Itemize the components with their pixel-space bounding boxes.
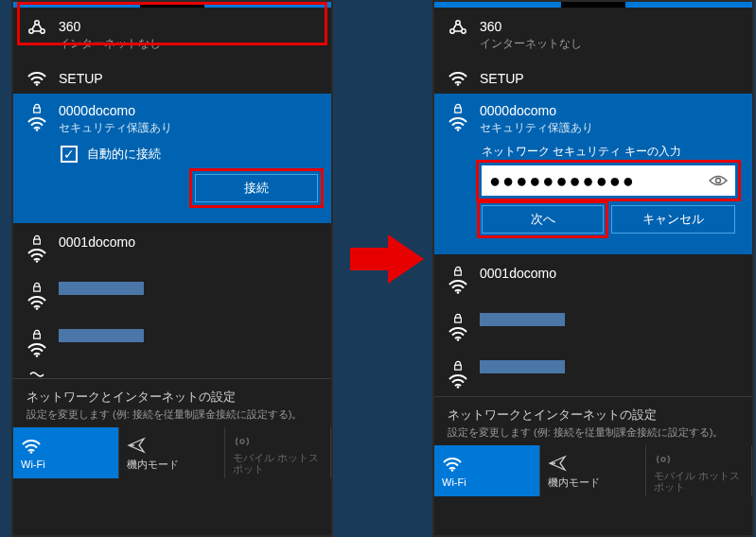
lock-icon (453, 313, 463, 324)
connect-button[interactable]: 接続 (195, 174, 318, 202)
network-name-redacted (59, 329, 144, 342)
lock-icon (453, 266, 463, 277)
step-arrow (350, 234, 424, 284)
wifi-icon (448, 373, 468, 389)
auto-connect-row[interactable]: ✓ 自動的に接続 (13, 140, 331, 174)
security-key-input[interactable]: ●●●●●●●●●●● (482, 165, 735, 196)
network-name: SETUP (59, 71, 318, 86)
svg-point-0 (35, 21, 39, 25)
network-name: 0000docomo (59, 103, 318, 118)
svg-point-6 (36, 307, 39, 310)
network-status: インターネットなし (59, 36, 318, 52)
svg-point-1 (29, 29, 33, 33)
network-item-setup[interactable]: SETUP (13, 60, 331, 94)
svg-point-7 (36, 355, 39, 357)
svg-point-12 (450, 29, 454, 33)
footer-label: 機内モード (548, 476, 600, 490)
network-header[interactable]: 0000docomo セキュリティ保護あり (434, 94, 752, 140)
footer-label: Wi-Fi (442, 476, 466, 488)
network-header[interactable]: 0000docomo セキュリティ保護あり (13, 94, 331, 140)
next-button[interactable]: 次へ (482, 205, 604, 234)
svg-point-17 (457, 291, 460, 294)
lock-icon (453, 103, 463, 114)
wifi-icon (26, 295, 47, 310)
svg-point-4 (36, 129, 39, 131)
wifi-icon (448, 326, 468, 341)
svg-point-5 (36, 260, 39, 263)
wifi-icon (26, 342, 47, 357)
wifi-icon (448, 116, 468, 131)
airplane-icon (127, 437, 146, 454)
svg-point-16 (716, 179, 721, 183)
settings-title: ネットワークとインターネットの設定 (448, 407, 739, 424)
footer-airplane-toggle[interactable]: 機内モード (540, 445, 646, 496)
mesh-icon (26, 19, 47, 36)
hotspot-icon (654, 450, 673, 467)
lock-icon (453, 360, 463, 372)
cancel-button[interactable]: キャンセル (611, 205, 735, 234)
auto-connect-checkbox[interactable]: ✓ (61, 146, 78, 163)
footer-airplane-toggle[interactable]: 機内モード (119, 427, 225, 478)
svg-point-20 (451, 469, 454, 472)
footer-hotspot-toggle[interactable]: モバイル ホットスポット (225, 427, 331, 478)
network-item-0000docomo-selected: 0000docomo セキュリティ保護あり ネットワーク セキュリティ キーの入… (434, 94, 752, 254)
wifi-icon (21, 439, 42, 454)
network-item-more[interactable] (13, 365, 331, 378)
network-name-redacted (480, 313, 565, 326)
footer-label: Wi-Fi (21, 459, 45, 470)
lock-icon (32, 329, 42, 340)
footer-hotspot-toggle[interactable]: モバイル ホットスポット (646, 445, 752, 496)
svg-point-21 (661, 458, 665, 461)
airplane-icon (548, 455, 567, 472)
network-item-setup[interactable]: SETUP (434, 60, 752, 94)
network-item-hidden-2[interactable] (434, 349, 752, 396)
reveal-password-icon[interactable] (709, 174, 728, 187)
footer-toggles: Wi-Fi 機内モード モバイル ホットスポット (13, 427, 331, 478)
wifi-icon (26, 71, 47, 86)
svg-point-8 (30, 451, 33, 454)
network-settings-link[interactable]: ネットワークとインターネットの設定 設定を変更します (例: 接続を従量制課金接… (13, 378, 331, 427)
hotspot-icon (233, 432, 252, 449)
security-key-label: ネットワーク セキュリティ キーの入力 (482, 144, 735, 160)
svg-point-18 (457, 338, 460, 341)
mesh-icon (448, 19, 468, 36)
network-status: セキュリティ保護あり (59, 120, 318, 136)
wifi-icon (26, 116, 47, 131)
network-flyout-left: 360 インターネットなし SETUP 0000docomo セキュリティ保護あ… (11, 0, 333, 537)
network-item-0001docomo[interactable]: 0001docomo (13, 223, 331, 270)
svg-point-9 (240, 440, 244, 443)
svg-point-13 (462, 29, 466, 33)
network-status: セキュリティ保護あり (480, 120, 739, 136)
footer-wifi-toggle[interactable]: Wi-Fi (434, 445, 540, 496)
network-settings-link[interactable]: ネットワークとインターネットの設定 設定を変更します (例: 接続を従量制課金接… (434, 396, 752, 445)
network-item-hidden-1[interactable] (13, 270, 331, 318)
footer-toggles: Wi-Fi 機内モード モバイル ホットスポット (434, 445, 752, 496)
svg-point-15 (457, 129, 460, 131)
wifi-icon (26, 248, 47, 263)
network-name: 360 (480, 19, 739, 34)
lock-icon (32, 103, 42, 114)
svg-point-2 (41, 29, 44, 33)
footer-wifi-toggle[interactable]: Wi-Fi (13, 427, 119, 478)
network-name: 0001docomo (480, 266, 739, 281)
svg-marker-10 (350, 234, 424, 284)
network-flyout-right: 360 インターネットなし SETUP 0000docomo セキュリティ保護あ… (432, 0, 754, 537)
security-key-value: ●●●●●●●●●●● (489, 170, 709, 192)
settings-desc: 設定を変更します (例: 接続を従量制課金接続に設定する)。 (26, 407, 318, 422)
network-name: 0000docomo (480, 103, 739, 118)
settings-title: ネットワークとインターネットの設定 (26, 389, 318, 406)
network-item-360[interactable]: 360 インターネットなし (13, 8, 331, 60)
network-item-hidden-2[interactable] (13, 318, 331, 365)
network-name: 360 (59, 19, 318, 34)
network-status: インターネットなし (480, 36, 739, 52)
network-item-hidden-1[interactable] (434, 302, 752, 349)
footer-label: 機内モード (127, 458, 179, 472)
network-item-360[interactable]: 360 インターネットなし (434, 8, 752, 60)
lock-icon (32, 282, 42, 293)
footer-label: モバイル ホットスポット (233, 452, 323, 475)
auto-connect-label: 自動的に接続 (87, 146, 161, 163)
network-item-0001docomo[interactable]: 0001docomo (434, 254, 752, 302)
network-name: 0001docomo (59, 234, 318, 250)
lock-icon (32, 234, 42, 246)
settings-desc: 設定を変更します (例: 接続を従量制課金接続に設定する)。 (448, 425, 739, 440)
